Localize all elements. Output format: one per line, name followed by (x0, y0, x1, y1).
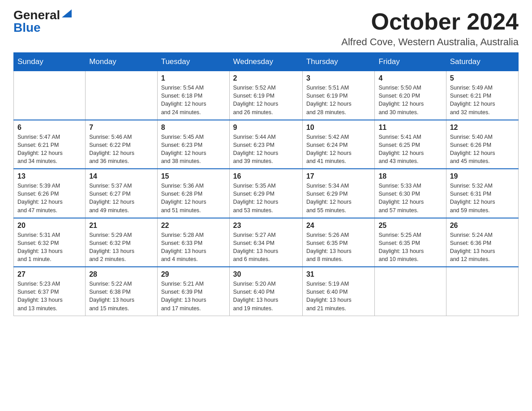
day-info: Sunrise: 5:45 AM Sunset: 6:23 PM Dayligh… (161, 133, 226, 166)
calendar-cell: 19Sunrise: 5:32 AM Sunset: 6:31 PM Dayli… (446, 169, 518, 218)
day-number: 1 (161, 74, 226, 82)
logo: General Blue (13, 9, 72, 34)
calendar-cell: 18Sunrise: 5:33 AM Sunset: 6:30 PM Dayli… (375, 169, 446, 218)
calendar-header-wednesday: Wednesday (229, 53, 302, 71)
day-info: Sunrise: 5:35 AM Sunset: 6:29 PM Dayligh… (233, 182, 299, 214)
calendar-header-monday: Monday (86, 53, 157, 71)
calendar-header-saturday: Saturday (446, 53, 518, 71)
day-info: Sunrise: 5:28 AM Sunset: 6:33 PM Dayligh… (161, 231, 226, 264)
day-info: Sunrise: 5:47 AM Sunset: 6:21 PM Dayligh… (17, 133, 82, 166)
calendar-cell: 3Sunrise: 5:51 AM Sunset: 6:19 PM Daylig… (302, 71, 375, 120)
calendar-cell: 27Sunrise: 5:23 AM Sunset: 6:37 PM Dayli… (14, 267, 86, 316)
day-info: Sunrise: 5:52 AM Sunset: 6:19 PM Dayligh… (233, 84, 299, 116)
day-number: 5 (450, 74, 515, 82)
day-info: Sunrise: 5:33 AM Sunset: 6:30 PM Dayligh… (378, 182, 442, 214)
calendar-week-row: 13Sunrise: 5:39 AM Sunset: 6:26 PM Dayli… (14, 169, 519, 218)
day-info: Sunrise: 5:42 AM Sunset: 6:24 PM Dayligh… (306, 133, 371, 166)
location-title: Alfred Cove, Western Australia, Australi… (341, 36, 519, 48)
day-number: 24 (306, 222, 371, 230)
day-number: 17 (306, 172, 371, 180)
day-info: Sunrise: 5:54 AM Sunset: 6:18 PM Dayligh… (161, 84, 226, 116)
calendar-week-row: 20Sunrise: 5:31 AM Sunset: 6:32 PM Dayli… (14, 218, 519, 267)
day-number: 20 (17, 222, 82, 230)
calendar-cell: 16Sunrise: 5:35 AM Sunset: 6:29 PM Dayli… (229, 169, 302, 218)
day-number: 21 (89, 222, 153, 230)
day-info: Sunrise: 5:36 AM Sunset: 6:28 PM Dayligh… (161, 182, 226, 214)
day-info: Sunrise: 5:25 AM Sunset: 6:35 PM Dayligh… (378, 231, 442, 264)
calendar-cell: 13Sunrise: 5:39 AM Sunset: 6:26 PM Dayli… (14, 169, 86, 218)
day-number: 3 (306, 74, 371, 82)
calendar-header-row: SundayMondayTuesdayWednesdayThursdayFrid… (14, 53, 519, 71)
day-info: Sunrise: 5:37 AM Sunset: 6:27 PM Dayligh… (89, 182, 153, 214)
calendar-cell (14, 71, 86, 120)
day-number: 19 (450, 172, 515, 180)
day-number: 25 (378, 222, 442, 230)
day-info: Sunrise: 5:19 AM Sunset: 6:40 PM Dayligh… (306, 280, 371, 313)
calendar-header-sunday: Sunday (14, 53, 86, 71)
calendar-cell: 25Sunrise: 5:25 AM Sunset: 6:35 PM Dayli… (375, 218, 446, 267)
logo-general: General (13, 9, 60, 21)
calendar-week-row: 6Sunrise: 5:47 AM Sunset: 6:21 PM Daylig… (14, 120, 519, 169)
calendar-header-friday: Friday (375, 53, 446, 71)
calendar-header-thursday: Thursday (302, 53, 375, 71)
day-info: Sunrise: 5:20 AM Sunset: 6:40 PM Dayligh… (233, 280, 299, 313)
calendar-cell (446, 267, 518, 316)
day-info: Sunrise: 5:26 AM Sunset: 6:35 PM Dayligh… (306, 231, 371, 264)
day-number: 26 (450, 222, 515, 230)
day-number: 2 (233, 74, 299, 82)
day-number: 28 (89, 270, 153, 278)
calendar-cell: 26Sunrise: 5:24 AM Sunset: 6:36 PM Dayli… (446, 218, 518, 267)
calendar-cell: 20Sunrise: 5:31 AM Sunset: 6:32 PM Dayli… (14, 218, 86, 267)
page-header: General Blue October 2024 Alfred Cove, W… (13, 9, 519, 48)
calendar-cell: 24Sunrise: 5:26 AM Sunset: 6:35 PM Dayli… (302, 218, 375, 267)
calendar-cell: 28Sunrise: 5:22 AM Sunset: 6:38 PM Dayli… (86, 267, 157, 316)
day-number: 9 (233, 124, 299, 132)
calendar-cell: 5Sunrise: 5:49 AM Sunset: 6:21 PM Daylig… (446, 71, 518, 120)
calendar-week-row: 27Sunrise: 5:23 AM Sunset: 6:37 PM Dayli… (14, 267, 519, 316)
calendar-table: SundayMondayTuesdayWednesdayThursdayFrid… (13, 52, 519, 316)
day-info: Sunrise: 5:21 AM Sunset: 6:39 PM Dayligh… (161, 280, 226, 313)
day-number: 8 (161, 124, 226, 132)
day-number: 13 (17, 172, 82, 180)
calendar-cell: 1Sunrise: 5:54 AM Sunset: 6:18 PM Daylig… (157, 71, 229, 120)
day-info: Sunrise: 5:41 AM Sunset: 6:25 PM Dayligh… (378, 133, 442, 166)
logo-blue: Blue (13, 21, 41, 34)
day-number: 16 (233, 172, 299, 180)
day-number: 22 (161, 222, 226, 230)
day-info: Sunrise: 5:31 AM Sunset: 6:32 PM Dayligh… (17, 231, 82, 264)
calendar-cell: 8Sunrise: 5:45 AM Sunset: 6:23 PM Daylig… (157, 120, 229, 169)
day-number: 14 (89, 172, 153, 180)
day-number: 23 (233, 222, 299, 230)
day-info: Sunrise: 5:39 AM Sunset: 6:26 PM Dayligh… (17, 182, 82, 214)
day-info: Sunrise: 5:32 AM Sunset: 6:31 PM Dayligh… (450, 182, 515, 214)
day-info: Sunrise: 5:49 AM Sunset: 6:21 PM Dayligh… (450, 84, 515, 116)
calendar-cell (375, 267, 446, 316)
calendar-cell: 12Sunrise: 5:40 AM Sunset: 6:26 PM Dayli… (446, 120, 518, 169)
day-number: 18 (378, 172, 442, 180)
day-info: Sunrise: 5:40 AM Sunset: 6:26 PM Dayligh… (450, 133, 515, 166)
calendar-cell (86, 71, 157, 120)
title-section: October 2024 Alfred Cove, Western Austra… (341, 9, 519, 48)
calendar-cell: 15Sunrise: 5:36 AM Sunset: 6:28 PM Dayli… (157, 169, 229, 218)
calendar-cell: 30Sunrise: 5:20 AM Sunset: 6:40 PM Dayli… (229, 267, 302, 316)
calendar-cell: 14Sunrise: 5:37 AM Sunset: 6:27 PM Dayli… (86, 169, 157, 218)
calendar-cell: 29Sunrise: 5:21 AM Sunset: 6:39 PM Dayli… (157, 267, 229, 316)
calendar-header-tuesday: Tuesday (157, 53, 229, 71)
day-info: Sunrise: 5:34 AM Sunset: 6:29 PM Dayligh… (306, 182, 371, 214)
day-number: 12 (450, 124, 515, 132)
calendar-cell: 10Sunrise: 5:42 AM Sunset: 6:24 PM Dayli… (302, 120, 375, 169)
day-info: Sunrise: 5:22 AM Sunset: 6:38 PM Dayligh… (89, 280, 153, 313)
day-number: 15 (161, 172, 226, 180)
day-info: Sunrise: 5:50 AM Sunset: 6:20 PM Dayligh… (378, 84, 442, 116)
day-info: Sunrise: 5:29 AM Sunset: 6:32 PM Dayligh… (89, 231, 153, 264)
day-info: Sunrise: 5:46 AM Sunset: 6:22 PM Dayligh… (89, 133, 153, 166)
day-info: Sunrise: 5:51 AM Sunset: 6:19 PM Dayligh… (306, 84, 371, 116)
calendar-week-row: 1Sunrise: 5:54 AM Sunset: 6:18 PM Daylig… (14, 71, 519, 120)
day-number: 30 (233, 270, 299, 278)
day-info: Sunrise: 5:23 AM Sunset: 6:37 PM Dayligh… (17, 280, 82, 313)
day-number: 11 (378, 124, 442, 132)
calendar-cell: 6Sunrise: 5:47 AM Sunset: 6:21 PM Daylig… (14, 120, 86, 169)
calendar-cell: 21Sunrise: 5:29 AM Sunset: 6:32 PM Dayli… (86, 218, 157, 267)
calendar-cell: 2Sunrise: 5:52 AM Sunset: 6:19 PM Daylig… (229, 71, 302, 120)
calendar-cell: 22Sunrise: 5:28 AM Sunset: 6:33 PM Dayli… (157, 218, 229, 267)
